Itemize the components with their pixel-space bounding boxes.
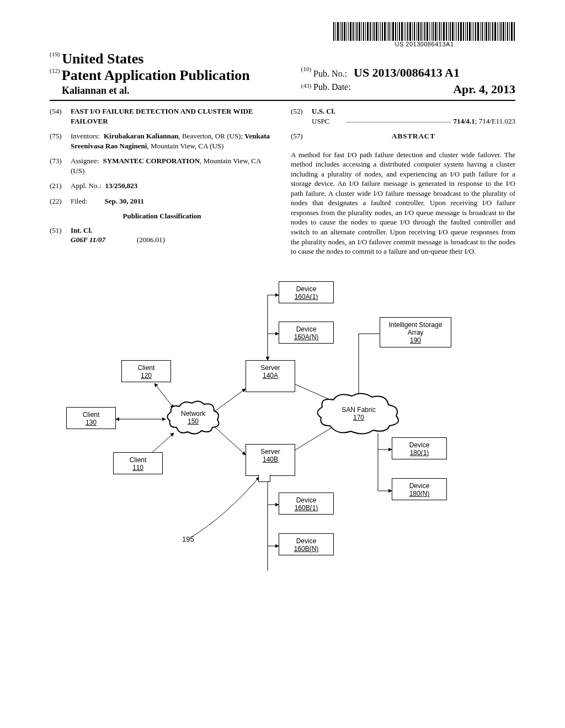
intcl-code: (51) <box>50 226 71 245</box>
pubno-label: Pub. No.: <box>313 69 347 78</box>
abstract-label: ABSTRACT <box>312 131 515 141</box>
svg-rect-36 <box>409 22 411 41</box>
svg-rect-27 <box>391 22 391 41</box>
node-client-110: Client 110 <box>113 452 163 475</box>
filed-label: Filed: <box>71 197 87 205</box>
uspc-rest: ; 714/E11.023 <box>475 117 515 125</box>
svg-rect-8 <box>350 22 351 41</box>
pubdate-value: Apr. 4, 2013 <box>453 82 515 97</box>
svg-rect-57 <box>455 22 455 41</box>
svg-rect-55 <box>450 22 451 41</box>
svg-rect-30 <box>397 22 398 41</box>
svg-rect-42 <box>423 22 423 41</box>
svg-rect-73 <box>488 22 489 41</box>
svg-rect-24 <box>384 22 386 41</box>
svg-rect-65 <box>472 22 472 41</box>
svg-rect-82 <box>507 22 508 41</box>
svg-rect-45 <box>429 22 430 41</box>
assignee-code: (73) <box>50 156 71 175</box>
appl-no: 13/250,823 <box>105 181 138 190</box>
svg-rect-7 <box>348 22 349 41</box>
inventors-label: Inventors: <box>71 132 100 140</box>
svg-rect-17 <box>370 22 371 41</box>
invention-title: FAST I/O FAILURE DETECTION AND CLUSTER W… <box>71 106 274 126</box>
svg-rect-37 <box>412 22 413 41</box>
svg-rect-47 <box>433 22 434 41</box>
cloud-san: SAN Fabric 170 <box>315 392 403 436</box>
node-server-140b: Server 140B <box>246 444 295 476</box>
svg-rect-10 <box>355 22 355 41</box>
abstract-text: A method for fast I/O path failure detec… <box>291 150 515 256</box>
svg-rect-76 <box>494 22 496 41</box>
svg-rect-43 <box>424 22 425 41</box>
node-device-180n: Device 180(N) <box>392 478 447 501</box>
svg-rect-39 <box>416 22 417 41</box>
svg-rect-59 <box>458 22 459 41</box>
svg-rect-85 <box>514 22 515 41</box>
node-device-160an: Device 160A(N) <box>279 322 334 344</box>
pubdate-label: Pub. Date: <box>313 82 351 92</box>
svg-rect-33 <box>404 22 404 41</box>
svg-rect-49 <box>438 22 438 41</box>
svg-rect-75 <box>492 22 493 41</box>
svg-rect-32 <box>401 22 403 41</box>
node-device-160a1: Device 160A(1) <box>279 281 334 304</box>
svg-rect-50 <box>439 22 440 41</box>
pub-type: Patent Application Publication <box>62 67 250 83</box>
svg-rect-78 <box>499 22 499 41</box>
svg-rect-13 <box>361 22 362 41</box>
svg-rect-26 <box>388 22 390 41</box>
svg-rect-81 <box>505 22 506 41</box>
svg-rect-54 <box>448 22 449 41</box>
svg-rect-21 <box>379 22 379 41</box>
barcode-graphic: US 20130086413A1 <box>333 22 515 47</box>
svg-rect-70 <box>482 22 483 41</box>
svg-rect-19 <box>374 22 375 41</box>
intcl-label: Int. Cl. <box>71 226 274 235</box>
svg-rect-31 <box>399 22 400 41</box>
svg-rect-80 <box>503 22 504 41</box>
svg-rect-72 <box>486 22 487 41</box>
svg-rect-51 <box>441 22 442 41</box>
svg-rect-5 <box>344 22 345 41</box>
svg-rect-12 <box>359 22 360 41</box>
uspc-label: USPC <box>312 116 345 126</box>
svg-rect-62 <box>465 22 466 41</box>
svg-rect-22 <box>380 22 381 41</box>
barcode-text: US 20130086413A1 <box>333 41 515 47</box>
bibliographic-block: (54) FAST I/O FAILURE DETECTION AND CLUS… <box>50 106 515 256</box>
cloud-network: Network 150 <box>166 400 221 436</box>
header-block: (19) United States (12) Patent Applicati… <box>50 51 515 101</box>
svg-rect-77 <box>497 22 498 41</box>
uscl-label: U.S. Cl. <box>312 106 515 116</box>
svg-rect-60 <box>460 22 462 41</box>
svg-rect-79 <box>500 22 502 41</box>
svg-rect-66 <box>473 22 474 41</box>
svg-rect-64 <box>469 22 471 41</box>
pubdate-code: (43) <box>301 82 311 89</box>
node-device-160b1: Device 160B(1) <box>279 493 334 515</box>
svg-rect-67 <box>475 22 476 41</box>
svg-rect-84 <box>511 22 513 41</box>
svg-rect-52 <box>443 22 445 41</box>
node-client-120: Client 120 <box>121 360 171 383</box>
filed-date: Sep. 30, 2011 <box>105 197 145 205</box>
title-code: (54) <box>50 106 71 126</box>
svg-rect-40 <box>418 22 419 41</box>
svg-rect-71 <box>484 22 484 41</box>
svg-rect-14 <box>363 22 364 41</box>
svg-rect-1 <box>335 22 336 41</box>
svg-rect-20 <box>376 22 377 41</box>
svg-rect-68 <box>477 22 479 41</box>
inventors-code: (75) <box>50 131 71 151</box>
svg-rect-3 <box>340 22 340 41</box>
pubclass-header: Publication Classification <box>50 211 274 221</box>
svg-rect-23 <box>382 22 383 41</box>
svg-rect-56 <box>452 22 454 41</box>
intcl-class: G06F 11/07 <box>71 235 137 245</box>
appl-label: Appl. No.: <box>71 181 101 190</box>
svg-rect-29 <box>395 22 396 41</box>
svg-rect-35 <box>407 22 408 41</box>
svg-rect-48 <box>435 22 436 41</box>
svg-rect-4 <box>342 22 343 41</box>
